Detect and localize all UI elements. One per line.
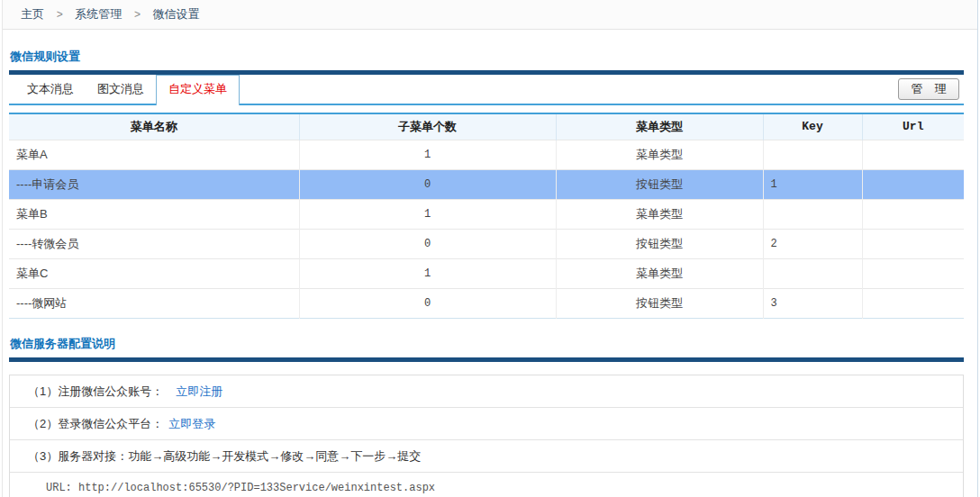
column-header-submenu-count: 子菜单个数 (299, 113, 556, 140)
page: 主页 > 系统管理 > 微信设置 微信规则设置 文本消息 图文消息 自定义菜单 … (2, 0, 978, 497)
breadcrumb-current: 微信设置 (153, 7, 200, 21)
breadcrumb-system-management[interactable]: 系统管理 (75, 7, 122, 21)
table-row[interactable]: ----微网站 0 按钮类型 3 (9, 288, 964, 318)
menu-table: 菜单名称 子菜单个数 菜单类型 Key Url 菜单A 1 菜单类型 ----申… (9, 113, 964, 319)
table-row[interactable]: 菜单C 1 菜单类型 (9, 258, 964, 288)
column-header-key: Key (763, 113, 862, 140)
config-step-text: （1）注册微信公众账号： (28, 384, 163, 398)
column-header-url: Url (862, 113, 964, 140)
column-header-menu-type: 菜单类型 (556, 113, 763, 140)
cell-menu-type: 按钮类型 (556, 169, 763, 199)
breadcrumb-home[interactable]: 主页 (21, 7, 44, 21)
cell-menu-type: 按钮类型 (556, 229, 763, 258)
cell-url (862, 169, 964, 199)
config-box: （1）注册微信公众账号：立即注册 （2）登录微信公众平台：立即登录 （3）服务器… (9, 375, 964, 497)
cell-submenu-count: 0 (299, 229, 556, 258)
rules-section-title: 微信规则设置 (10, 49, 964, 65)
cell-submenu-count: 0 (299, 169, 556, 199)
config-step-register: （1）注册微信公众账号：立即注册 (10, 375, 963, 408)
content: 微信规则设置 文本消息 图文消息 自定义菜单 管 理 菜单名称 子菜单个数 菜单… (3, 49, 977, 497)
cell-url (862, 199, 964, 229)
config-code-block: URL: http://localhost:65530/?PID=133Serv… (10, 473, 963, 497)
manage-button[interactable]: 管 理 (898, 78, 959, 100)
config-step-text: （2）登录微信公众平台： (28, 417, 163, 430)
cell-url (862, 229, 964, 258)
breadcrumb: 主页 > 系统管理 > 微信设置 (3, 0, 977, 30)
cell-key (763, 258, 862, 288)
breadcrumb-separator: > (57, 8, 63, 21)
column-header-menu-name: 菜单名称 (9, 113, 299, 140)
tab-text-message[interactable]: 文本消息 (15, 76, 86, 104)
server-url-line: URL: http://localhost:65530/?PID=133Serv… (46, 479, 963, 497)
table-row[interactable]: ----转微会员 0 按钮类型 2 (9, 229, 964, 258)
cell-menu-name: ----申请会员 (9, 169, 299, 199)
cell-menu-type: 按钮类型 (556, 288, 763, 318)
cell-menu-name: 菜单C (9, 258, 299, 288)
config-step-text: （3）服务器对接：功能→高级功能→开发模式→修改→同意→下一步→提交 (28, 449, 421, 463)
table-row[interactable]: 菜单B 1 菜单类型 (9, 199, 964, 229)
cell-menu-type: 菜单类型 (556, 140, 763, 169)
cell-url (862, 258, 964, 288)
tab-image-text-message[interactable]: 图文消息 (86, 76, 156, 104)
login-now-link[interactable]: 立即登录 (168, 417, 215, 430)
cell-submenu-count: 0 (299, 288, 556, 318)
cell-key (763, 140, 862, 169)
config-step-server-connect: （3）服务器对接：功能→高级功能→开发模式→修改→同意→下一步→提交 (10, 440, 963, 473)
cell-submenu-count: 1 (299, 140, 556, 169)
tab-bar: 文本消息 图文消息 自定义菜单 管 理 (9, 75, 964, 105)
cell-key: 3 (763, 288, 862, 318)
config-section-title: 微信服务器配置说明 (10, 336, 964, 352)
table-header-row: 菜单名称 子菜单个数 菜单类型 Key Url (9, 113, 964, 140)
config-step-login: （2）登录微信公众平台：立即登录 (10, 408, 963, 440)
cell-key: 1 (763, 169, 862, 199)
cell-menu-name: ----微网站 (9, 288, 299, 318)
cell-url (862, 288, 964, 318)
tab-custom-menu[interactable]: 自定义菜单 (156, 75, 240, 105)
register-now-link[interactable]: 立即注册 (176, 384, 222, 398)
cell-menu-name: 菜单A (9, 140, 299, 169)
cell-url (862, 140, 964, 169)
cell-menu-type: 菜单类型 (556, 258, 763, 288)
config-section-divider (9, 357, 964, 362)
cell-submenu-count: 1 (299, 258, 556, 288)
cell-menu-type: 菜单类型 (556, 199, 763, 229)
table-row-selected[interactable]: ----申请会员 0 按钮类型 1 (9, 169, 964, 199)
cell-key: 2 (763, 229, 862, 258)
cell-key (763, 199, 862, 229)
breadcrumb-separator: > (134, 8, 141, 21)
cell-submenu-count: 1 (299, 199, 556, 229)
table-row[interactable]: 菜单A 1 菜单类型 (9, 140, 964, 169)
cell-menu-name: 菜单B (9, 199, 299, 229)
cell-menu-name: ----转微会员 (9, 229, 299, 258)
